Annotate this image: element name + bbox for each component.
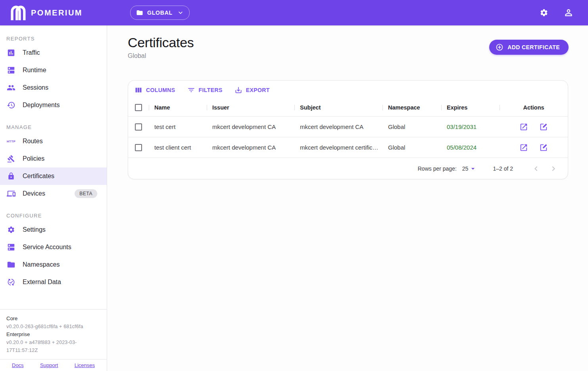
sidebar-item-label: Certificates [23,173,54,180]
people-icon [6,83,16,92]
table-header-row: Name Issuer Subject Namespace Expires Ac… [128,99,568,116]
beta-badge: BETA [75,189,97,198]
row-checkbox[interactable] [135,123,142,131]
pagination-range: 1–2 of 2 [493,165,513,172]
history-icon [6,100,16,110]
sidebar-item-namespaces[interactable]: Namespaces [0,256,107,273]
chevron-right-icon [549,164,558,173]
devices-icon [6,189,16,198]
dropdown-caret-icon [469,165,477,173]
sidebar-footer: Docs Support Licenses [0,359,107,371]
edit-icon[interactable] [539,143,548,152]
service-accounts-icon [6,242,16,252]
cell-namespace: Global [382,144,441,151]
table-pagination: Rows per page: 25 1–2 of 2 [128,158,568,179]
add-circle-icon [496,43,503,51]
sidebar-item-label: Runtime [23,67,46,74]
sidebar: REPORTS Traffic Runtime Sessions [0,25,107,371]
sidebar-item-devices[interactable]: Devices BETA [0,185,107,202]
sidebar-item-routes[interactable]: HTTP Routes [0,133,107,150]
folder-icon [6,260,16,269]
sidebar-item-label: Traffic [23,49,40,56]
sidebar-item-label: Routes [23,138,43,145]
cell-expires: 05/08/2024 [441,144,500,151]
filter-list-icon [187,86,195,94]
lock-icon [6,171,16,181]
cell-name: test client cert [149,144,207,151]
core-version-label: Core [6,315,100,323]
export-button[interactable]: EXPORT [234,86,270,94]
sidebar-item-settings[interactable]: Settings [0,221,107,238]
sidebar-item-label: Sessions [23,84,48,91]
enterprise-version-value: v0.20.0 + a478f883 + 2023-03-17T11:57:12… [6,338,100,354]
sidebar-item-label: Service Accounts [23,244,71,251]
add-certificate-button[interactable]: ADD CERTIFICATE [489,40,569,55]
table-row[interactable]: test client cert mkcert development CA m… [128,137,568,158]
enterprise-version-label: Enterprise [6,331,100,338]
chevron-down-icon [177,9,184,17]
cell-issuer: mkcert development CA [207,123,294,130]
sidebar-item-external-data[interactable]: External Data [0,273,107,291]
licenses-link[interactable]: Licenses [75,362,95,368]
cell-issuer: mkcert development CA [207,144,294,151]
column-header-issuer: Issuer [207,104,294,111]
edit-icon[interactable] [539,123,548,131]
sidebar-item-sessions[interactable]: Sessions [0,79,107,96]
add-certificate-label: ADD CERTIFICATE [507,44,560,50]
cell-name: test cert [149,123,207,130]
http-icon: HTTP [6,136,16,146]
page-subtitle: Global [128,52,194,60]
support-link[interactable]: Support [40,362,58,368]
sidebar-item-service-accounts[interactable]: Service Accounts [0,238,107,256]
rows-per-page-select[interactable]: 25 [462,165,477,173]
gear-icon[interactable] [540,8,548,17]
namespace-selector[interactable]: GLOBAL [130,6,190,20]
section-title-configure: CONFIGURE [6,213,100,219]
next-page-button[interactable] [545,164,562,173]
sidebar-item-label: Policies [23,155,44,162]
table-row[interactable]: test cert mkcert development CA mkcert d… [128,116,568,137]
select-all-checkbox[interactable] [135,104,142,111]
open-in-new-icon[interactable] [519,143,528,152]
row-checkbox[interactable] [135,144,142,151]
app-header: POMERIUM GLOBAL [0,0,588,25]
sidebar-item-traffic[interactable]: Traffic [0,44,107,62]
cell-subject: mkcert development certific… [294,144,382,151]
person-icon[interactable] [563,8,574,18]
export-label: EXPORT [246,87,270,93]
filters-label: FILTERS [199,87,223,93]
sidebar-item-deployments[interactable]: Deployments [0,96,107,114]
server-icon [6,65,16,75]
main-content: Certificates Global ADD CERTIFICATE COLU… [107,25,588,371]
cell-namespace: Global [382,123,441,130]
certificates-table-card: COLUMNS FILTERS EXPORT Nam [128,80,568,179]
section-title-manage: MANAGE [6,124,100,130]
sidebar-item-policies[interactable]: Policies [0,150,107,167]
table-toolbar: COLUMNS FILTERS EXPORT [128,81,568,99]
column-header-subject: Subject [294,104,382,111]
sidebar-item-label: Settings [23,226,46,233]
column-header-expires: Expires [441,104,500,111]
rows-per-page-label: Rows per page: [418,165,457,172]
column-header-name: Name [149,104,207,111]
open-in-new-icon[interactable] [519,123,528,131]
bar-chart-icon [6,48,16,58]
section-title-reports: REPORTS [6,36,100,42]
namespace-label: GLOBAL [147,10,173,16]
brand-name: POMERIUM [31,8,83,17]
sidebar-item-label: Namespaces [23,261,60,268]
pomerium-logo: POMERIUM [10,5,83,20]
sidebar-item-runtime[interactable]: Runtime [0,62,107,79]
rows-per-page-value: 25 [462,165,469,172]
sidebar-nav: REPORTS Traffic Runtime Sessions [0,25,107,309]
sidebar-item-certificates[interactable]: Certificates [0,167,107,185]
columns-button[interactable]: COLUMNS [135,86,175,94]
download-icon [234,86,242,94]
docs-link[interactable]: Docs [12,362,24,368]
previous-page-button[interactable] [527,164,545,173]
filters-button[interactable]: FILTERS [187,86,223,94]
pomerium-arch-icon [10,5,26,20]
sidebar-item-label: Deployments [23,102,60,109]
folder-icon [136,9,143,16]
sidebar-item-label: External Data [23,279,61,286]
